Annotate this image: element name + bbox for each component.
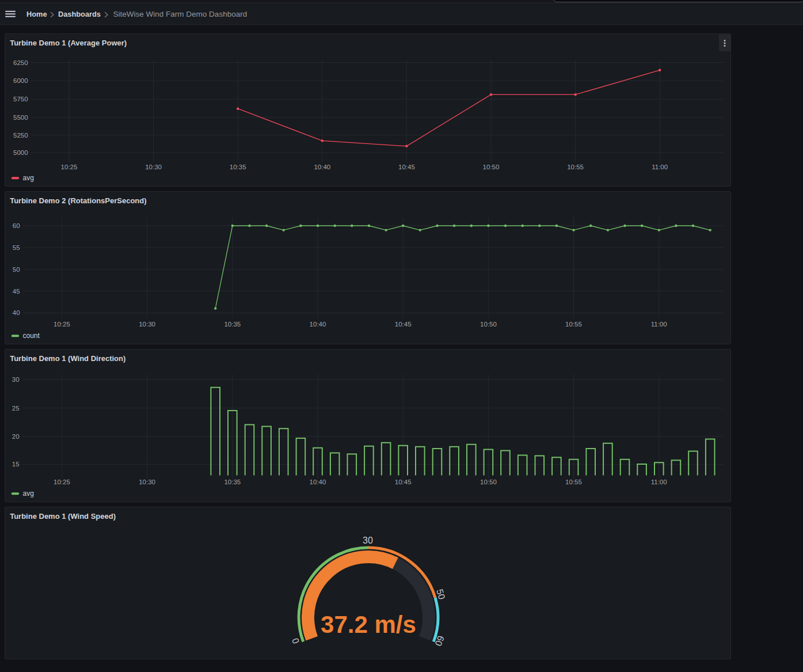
svg-text:60: 60 [13,222,20,229]
svg-text:10:35: 10:35 [224,479,241,485]
svg-text:11:00: 11:00 [651,321,667,328]
svg-text:10:30: 10:30 [145,164,162,170]
svg-text:10:55: 10:55 [565,479,582,485]
svg-text:10:45: 10:45 [395,321,412,328]
svg-text:50: 50 [13,266,20,273]
svg-text:5750: 5750 [13,96,28,102]
svg-text:0: 0 [290,637,301,645]
svg-text:15: 15 [12,461,20,468]
svg-text:5500: 5500 [13,114,28,121]
svg-text:6250: 6250 [13,59,28,66]
svg-text:10:45: 10:45 [398,164,415,170]
svg-text:10:30: 10:30 [139,479,155,485]
svg-text:10:45: 10:45 [395,479,412,485]
svg-text:30: 30 [12,376,20,383]
svg-text:avg: avg [23,489,34,498]
svg-text:Turbine Demo 1 (Wind Direction: Turbine Demo 1 (Wind Direction) [10,354,125,363]
svg-text:40: 40 [13,309,20,316]
svg-text:6000: 6000 [13,77,28,84]
svg-text:25: 25 [12,405,20,412]
svg-text:10:30: 10:30 [139,321,155,328]
svg-text:10:25: 10:25 [54,321,70,328]
svg-text:55: 55 [13,244,20,251]
svg-text:10:35: 10:35 [224,321,241,328]
svg-text:Turbine Demo 1 (Average Power): Turbine Demo 1 (Average Power) [10,39,127,47]
svg-text:Turbine Demo 1 (Wind Speed): Turbine Demo 1 (Wind Speed) [10,512,116,521]
svg-text:37.2 m/s: 37.2 m/s [321,611,416,638]
svg-text:5250: 5250 [13,132,28,139]
svg-text:30: 30 [363,536,373,545]
svg-text:10:35: 10:35 [230,164,246,170]
svg-text:10:50: 10:50 [483,164,500,170]
svg-text:10:55: 10:55 [567,164,584,170]
svg-text:count: count [23,332,40,340]
svg-text:10:50: 10:50 [480,479,497,485]
svg-text:10:40: 10:40 [310,479,326,485]
svg-text:10:55: 10:55 [565,321,582,328]
svg-text:45: 45 [13,288,20,295]
svg-text:10:40: 10:40 [310,321,326,328]
svg-text:10:40: 10:40 [314,164,330,170]
svg-text:10:25: 10:25 [61,164,78,170]
svg-text:10:50: 10:50 [480,321,497,328]
svg-text:20: 20 [12,433,20,440]
svg-text:11:00: 11:00 [652,164,668,170]
svg-text:11:00: 11:00 [651,479,667,485]
svg-text:10:25: 10:25 [54,479,70,485]
svg-text:avg: avg [23,174,34,182]
svg-text:5000: 5000 [13,149,28,156]
svg-text:Turbine Demo 2 (RotationsPerSe: Turbine Demo 2 (RotationsPerSecond) [10,196,146,205]
